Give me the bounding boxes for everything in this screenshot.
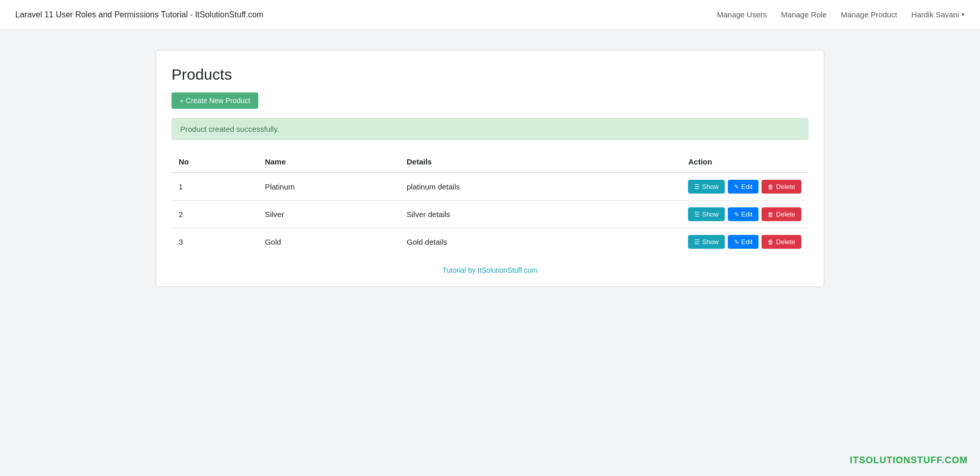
footer-tutorial-link[interactable]: Tutorial by ItSolutionStuff.com	[443, 266, 537, 274]
cell-details-1: platinum details	[400, 173, 681, 201]
navbar: Laravel 11 User Roles and Permissions Tu…	[0, 0, 980, 30]
navbar-nav: Manage Users Manage Role Manage Product	[717, 10, 897, 19]
nav-link-manage-product[interactable]: Manage Product	[841, 10, 897, 19]
table-body: 1 Platinum platinum details ☰ Show ✎ Edi…	[172, 173, 808, 255]
navbar-brand: Laravel 11 User Roles and Permissions Tu…	[15, 10, 263, 19]
nav-item-manage-product[interactable]: Manage Product	[841, 10, 897, 19]
table-header: No Name Details Action	[172, 151, 808, 173]
delete-button-1[interactable]: 🗑 Delete	[762, 180, 801, 194]
col-header-details: Details	[400, 151, 681, 173]
nav-link-manage-users[interactable]: Manage Users	[717, 10, 767, 19]
table-row: 2 Silver Silver details ☰ Show ✎ Edit 🗑 …	[172, 201, 808, 228]
cell-action-1: ☰ Show ✎ Edit 🗑 Delete	[681, 173, 808, 201]
action-btns-1: ☰ Show ✎ Edit 🗑 Delete	[688, 180, 801, 194]
cell-action-3: ☰ Show ✎ Edit 🗑 Delete	[681, 228, 808, 256]
cell-name-1: Platinum	[258, 173, 400, 201]
main-card: Products + Create New Product Product cr…	[156, 50, 824, 287]
alert-message: Product created successfully.	[180, 125, 279, 133]
list-icon: ☰	[694, 183, 700, 191]
navbar-username: Hardik Savani	[912, 10, 959, 19]
action-btns-3: ☰ Show ✎ Edit 🗑 Delete	[688, 235, 801, 249]
col-header-no: No	[172, 151, 258, 173]
edit-button-2[interactable]: ✎ Edit	[728, 207, 758, 221]
table-header-row: No Name Details Action	[172, 151, 808, 173]
cell-action-2: ☰ Show ✎ Edit 🗑 Delete	[681, 201, 808, 228]
table-row: 3 Gold Gold details ☰ Show ✎ Edit 🗑 Dele…	[172, 228, 808, 256]
trash-icon: 🗑	[768, 183, 774, 191]
col-header-action: Action	[681, 151, 808, 173]
cell-details-2: Silver details	[400, 201, 681, 228]
page-wrapper: Products + Create New Product Product cr…	[0, 30, 980, 307]
edit-icon: ✎	[734, 211, 739, 218]
list-icon: ☰	[694, 239, 700, 246]
nav-item-manage-users[interactable]: Manage Users	[717, 10, 767, 19]
edit-button-1[interactable]: ✎ Edit	[728, 180, 758, 194]
delete-button-2[interactable]: 🗑 Delete	[762, 207, 801, 221]
list-icon: ☰	[694, 211, 700, 218]
footer-link-wrapper: Tutorial by ItSolutionStuff.com	[172, 266, 808, 274]
navbar-user-menu[interactable]: Hardik Savani ▾	[912, 10, 965, 19]
cell-no-2: 2	[172, 201, 258, 228]
col-header-name: Name	[258, 151, 400, 173]
cell-name-2: Silver	[258, 201, 400, 228]
table-row: 1 Platinum platinum details ☰ Show ✎ Edi…	[172, 173, 808, 201]
show-button-2[interactable]: ☰ Show	[688, 207, 725, 221]
cell-no-3: 3	[172, 228, 258, 256]
edit-button-3[interactable]: ✎ Edit	[728, 235, 758, 249]
cell-no-1: 1	[172, 173, 258, 201]
create-new-product-button[interactable]: + Create New Product	[172, 92, 258, 109]
action-btns-2: ☰ Show ✎ Edit 🗑 Delete	[688, 207, 801, 221]
trash-icon: 🗑	[768, 239, 774, 246]
nav-link-manage-role[interactable]: Manage Role	[781, 10, 826, 19]
edit-icon: ✎	[734, 183, 739, 191]
chevron-down-icon: ▾	[962, 11, 965, 18]
edit-icon: ✎	[734, 239, 739, 246]
cell-name-3: Gold	[258, 228, 400, 256]
show-button-3[interactable]: ☰ Show	[688, 235, 725, 249]
cell-details-3: Gold details	[400, 228, 681, 256]
page-title: Products	[172, 66, 808, 83]
success-alert: Product created successfully.	[172, 118, 808, 140]
products-table: No Name Details Action 1 Platinum platin…	[172, 151, 808, 255]
nav-item-manage-role[interactable]: Manage Role	[781, 10, 826, 19]
delete-button-3[interactable]: 🗑 Delete	[762, 235, 801, 249]
trash-icon: 🗑	[768, 211, 774, 218]
show-button-1[interactable]: ☰ Show	[688, 180, 725, 194]
